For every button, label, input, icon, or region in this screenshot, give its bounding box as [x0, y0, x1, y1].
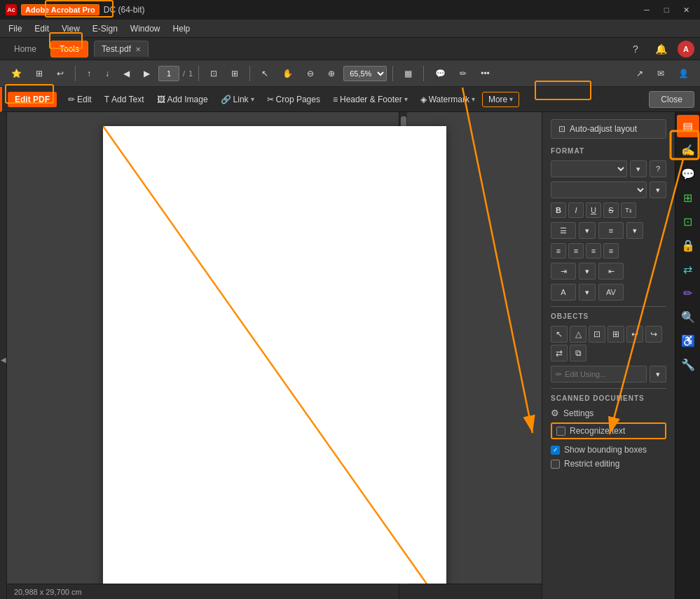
bookmark-btn[interactable]: ⭐ — [6, 66, 27, 81]
auto-adjust-btn[interactable]: ⊡ Auto-adjust layout — [551, 119, 666, 139]
undo-btn[interactable]: ↩ — [626, 326, 643, 343]
align-right-btn[interactable]: ≡ — [586, 243, 601, 259]
bell-icon-btn[interactable]: 🔔 — [652, 41, 669, 57]
more-toolbar-btn[interactable]: ••• — [475, 66, 495, 81]
flip-btn[interactable]: ⇄ — [551, 345, 568, 362]
far-protect-icon[interactable]: 🔒 — [677, 234, 699, 256]
color-dropdown[interactable]: ▾ — [579, 284, 596, 301]
align-justify-btn[interactable]: ≡ — [603, 243, 619, 259]
settings-row[interactable]: ⚙ Settings — [551, 408, 666, 418]
far-accessibility-icon[interactable]: ♿ — [677, 329, 699, 352]
comment-btn[interactable]: 💬 — [430, 66, 451, 81]
prev-page-btn[interactable]: ◀ — [118, 66, 135, 81]
document-scroll[interactable] — [7, 112, 542, 584]
list-dropdown[interactable]: ▾ — [579, 222, 596, 239]
font-size-select[interactable] — [551, 181, 647, 198]
restrict-editing-checkbox[interactable] — [551, 460, 560, 469]
pen-btn[interactable]: ✏ — [454, 66, 472, 81]
form-btn[interactable]: ▦ — [399, 66, 418, 81]
edit-using-dropdown[interactable]: ▾ — [650, 366, 666, 383]
menu-file[interactable]: File — [3, 22, 27, 36]
redo-btn[interactable]: ↪ — [645, 326, 662, 343]
close-edit-btn[interactable]: Close — [649, 91, 694, 108]
sidebar-collapse[interactable]: ◀ — [1, 356, 6, 364]
watermark-btn[interactable]: ◈ Watermark ▾ — [415, 92, 481, 106]
edit-using-btn[interactable]: ✏ Edit Using... — [551, 366, 647, 383]
hand-tool-btn[interactable]: ✋ — [277, 66, 298, 81]
recognize-text-checkbox[interactable] — [556, 427, 565, 436]
user-btn[interactable]: 👤 — [673, 66, 694, 81]
page-up-btn[interactable]: ↑ — [81, 66, 97, 81]
fit-page-btn[interactable]: ⊡ — [205, 66, 223, 81]
indent-btn[interactable]: ⇥ — [551, 263, 576, 280]
link-btn[interactable]: 🔗 Link ▾ — [215, 92, 260, 106]
select-obj-btn[interactable]: ↖ — [551, 326, 568, 343]
close-button[interactable]: ✕ — [678, 4, 694, 16]
size-dropdown-arrow[interactable]: ▾ — [650, 181, 666, 198]
header-footer-btn[interactable]: ≡ Header & Footer ▾ — [327, 92, 413, 106]
menu-edit[interactable]: Edit — [29, 22, 55, 36]
zoom-out-btn[interactable]: ⊖ — [301, 66, 320, 81]
num-list-dropdown[interactable]: ▾ — [626, 222, 643, 239]
tab-close-button[interactable]: ✕ — [135, 46, 141, 53]
tools-grid-btn[interactable]: ⊞ — [30, 66, 48, 81]
align-center-btn[interactable]: ≡ — [568, 243, 584, 259]
strikethrough-btn[interactable]: S — [603, 202, 619, 218]
tab-tools[interactable]: Tools — [50, 41, 88, 57]
font-help-btn[interactable]: ? — [650, 160, 666, 177]
show-bounding-checkbox[interactable] — [551, 446, 560, 455]
triangle-btn[interactable]: △ — [570, 326, 586, 343]
resize-btn[interactable]: ⊡ — [589, 326, 605, 343]
outdent-btn[interactable]: ⇤ — [598, 263, 624, 280]
mail-btn[interactable]: ✉ — [652, 66, 670, 81]
far-scan-icon[interactable]: ⊡ — [677, 210, 699, 233]
group-btn[interactable]: ⊞ — [608, 326, 624, 343]
bold-btn[interactable]: B — [551, 202, 566, 218]
zoom-in-btn[interactable]: ⊕ — [322, 66, 341, 81]
menu-window[interactable]: Window — [125, 22, 166, 36]
next-page-btn[interactable]: ▶ — [138, 66, 156, 81]
copy-btn[interactable]: ⧉ — [570, 345, 586, 362]
user-avatar[interactable]: A — [678, 41, 694, 57]
menu-help[interactable]: Help — [167, 22, 196, 36]
share-btn[interactable]: ↗ — [631, 66, 649, 81]
font-family-select[interactable] — [551, 160, 627, 177]
underline-btn[interactable]: U — [586, 202, 601, 218]
show-bounding-row[interactable]: Show bounding boxes — [551, 445, 666, 455]
menu-esign[interactable]: E-Sign — [87, 22, 123, 36]
far-edit-pdf-icon[interactable]: ▤ — [677, 115, 699, 137]
spacing-btn[interactable]: AV — [598, 284, 624, 301]
restrict-editing-row[interactable]: Restrict editing — [551, 459, 666, 469]
far-tools-icon[interactable]: 🔧 — [677, 353, 699, 376]
tab-file[interactable]: Test.pdf ✕ — [94, 41, 149, 57]
far-search-icon[interactable]: 🔍 — [677, 305, 699, 328]
tab-home[interactable]: Home — [6, 41, 45, 57]
page-number-input[interactable] — [158, 66, 179, 81]
far-pen-icon[interactable]: ✏ — [677, 282, 699, 304]
page-down-btn[interactable]: ↓ — [99, 66, 115, 81]
edit-btn[interactable]: ✏ Edit — [62, 92, 97, 106]
fit-width-btn[interactable]: ⊞ — [226, 66, 244, 81]
font-dropdown-arrow[interactable]: ▾ — [630, 160, 647, 177]
text-color-btn[interactable]: A — [551, 284, 576, 301]
back-btn[interactable]: ↩ — [51, 66, 69, 81]
minimize-button[interactable]: ─ — [638, 4, 655, 16]
far-fill-sign-icon[interactable]: ✍ — [677, 139, 699, 161]
add-text-btn[interactable]: T Add Text — [99, 92, 150, 106]
align-left-btn[interactable]: ≡ — [551, 243, 566, 259]
far-organize-icon[interactable]: ⊞ — [677, 186, 699, 209]
numbered-list-btn[interactable]: ≡ — [598, 222, 624, 239]
bullet-list-btn[interactable]: ☰ — [551, 222, 576, 239]
select-tool-btn[interactable]: ↖ — [256, 66, 274, 81]
add-image-btn[interactable]: 🖼 Add Image — [151, 92, 214, 106]
menu-view[interactable]: View — [56, 22, 85, 36]
help-icon-btn[interactable]: ? — [627, 41, 644, 57]
far-comment-icon[interactable]: 💬 — [677, 163, 699, 185]
subscript-btn[interactable]: T₂ — [621, 202, 636, 218]
far-convert-icon[interactable]: ⇄ — [677, 258, 699, 280]
italic-btn[interactable]: I — [568, 202, 584, 218]
indent-dropdown[interactable]: ▾ — [579, 263, 596, 280]
crop-pages-btn[interactable]: ✂ Crop Pages — [261, 92, 326, 106]
restore-button[interactable]: □ — [658, 4, 675, 16]
zoom-select[interactable]: 65,5% 50% 75% 100% — [343, 66, 387, 81]
